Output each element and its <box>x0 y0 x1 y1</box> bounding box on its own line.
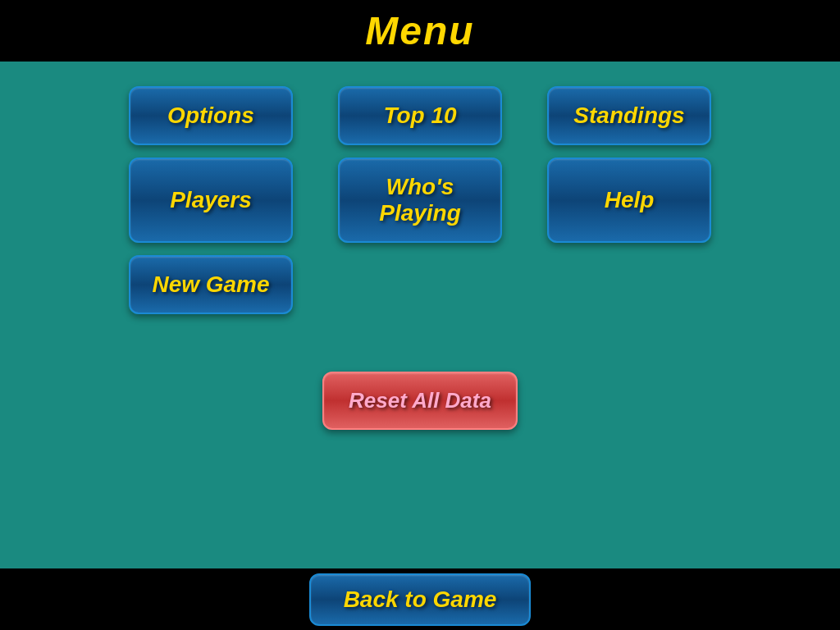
players-button[interactable]: Players <box>129 158 293 243</box>
top-bar: Menu <box>0 0 840 62</box>
reset-section: Reset All Data <box>0 372 840 430</box>
button-grid: Options Top 10 Standings Players Who's P… <box>129 86 711 314</box>
new-game-button[interactable]: New Game <box>129 255 293 314</box>
reset-all-data-button[interactable]: Reset All Data <box>322 372 518 430</box>
page-title: Menu <box>365 8 474 53</box>
back-to-game-button[interactable]: Back to Game <box>309 573 532 626</box>
bottom-bar: Back to Game <box>0 568 840 630</box>
main-content: Options Top 10 Standings Players Who's P… <box>0 62 840 568</box>
top10-button[interactable]: Top 10 <box>338 86 502 145</box>
standings-button[interactable]: Standings <box>547 86 711 145</box>
help-button[interactable]: Help <box>547 158 711 243</box>
whos-playing-button[interactable]: Who's Playing <box>338 158 502 243</box>
options-button[interactable]: Options <box>129 86 293 145</box>
